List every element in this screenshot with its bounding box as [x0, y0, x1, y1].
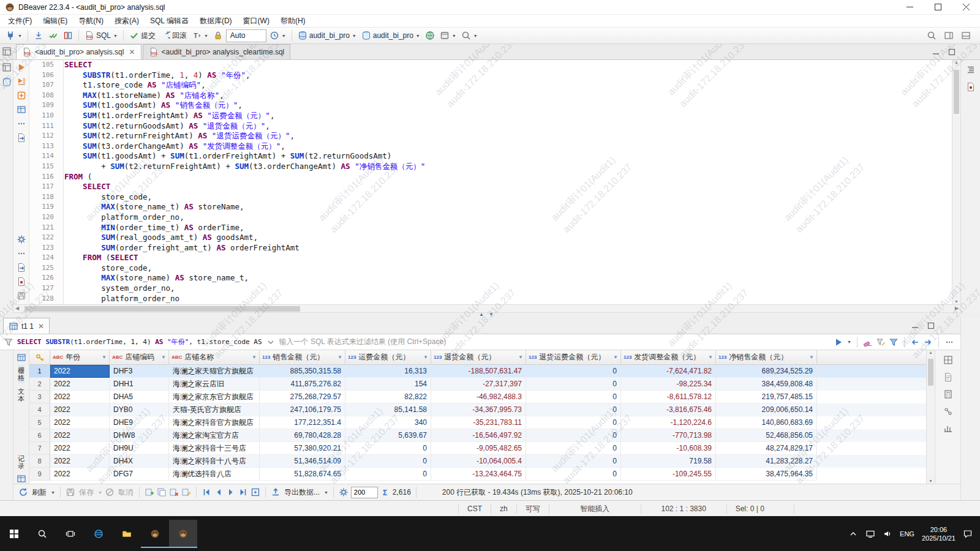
code-line[interactable]: 126 MAX(store_name) AS store_name_t,	[29, 273, 952, 283]
menu-search[interactable]: 搜索(A)	[109, 15, 145, 27]
table-cell[interactable]: -27,317,397	[431, 378, 526, 391]
start-button[interactable]	[0, 520, 28, 548]
presentation-tab-grid[interactable]: 栅格	[18, 365, 24, 383]
commit-button[interactable]: 提交	[127, 28, 157, 43]
table-cell[interactable]: 5,639.67	[345, 429, 431, 442]
column-dropdown-icon[interactable]: ▼	[102, 354, 107, 360]
table-cell[interactable]: 海澜之家天猫官方旗舰店	[169, 365, 260, 378]
table-cell[interactable]: DHE9	[110, 416, 169, 429]
filter-menu-icon[interactable]	[944, 337, 954, 347]
tab-analysis-sql[interactable]: SQL <audit_bi_pro> analysis.sql ✕	[16, 44, 141, 59]
menu-file[interactable]: 文件(F)	[2, 15, 37, 27]
pc-status-icon[interactable]	[865, 529, 875, 539]
minimize-button[interactable]	[895, 0, 924, 14]
table-cell[interactable]: -98,225.34	[621, 378, 716, 391]
table-row[interactable]: 12022DHF3海澜之家天猫官方旗舰店885,350,315.5816,313…	[29, 365, 926, 378]
table-cell[interactable]: 275,268,729.57	[260, 391, 345, 403]
code-line[interactable]: 108 MAX(t1.storeName) AS "店铺名称",	[29, 91, 952, 101]
table-cell[interactable]: 0	[526, 455, 621, 468]
tray-chevron-up-icon[interactable]	[848, 529, 858, 539]
volume-icon[interactable]	[883, 529, 892, 539]
dbeaver-active-taskbar-button[interactable]	[169, 520, 197, 548]
editor-vertical-scrollbar[interactable]: ▲▼	[952, 60, 960, 304]
table-cell[interactable]: 海澜之家抖音官方旗舰店	[169, 416, 260, 429]
code-line[interactable]: 113 SUM(t3.orderChangeAmt) AS "发货调整金额（元）…	[29, 141, 952, 152]
new-connection-button[interactable]: ▼	[4, 28, 24, 43]
scrollbar-thumb[interactable]	[928, 359, 933, 386]
table-cell[interactable]: -188,507,631.47	[431, 365, 526, 378]
table-cell[interactable]: 天猫-英氏官方旗舰店	[169, 403, 260, 416]
table-cell[interactable]: 219,757,485.15	[716, 391, 817, 403]
column-dropdown-icon[interactable]: ▼	[252, 354, 257, 360]
table-cell[interactable]: -8,611,578.12	[621, 391, 716, 403]
tab-analysis-cleartime-sql[interactable]: SQL <audit_bi_pro> analysis_cleartime.sq…	[143, 44, 291, 59]
table-cell[interactable]: DH4X	[110, 455, 169, 468]
scrollbar-thumb[interactable]	[954, 70, 959, 114]
save-icon[interactable]	[66, 487, 75, 497]
row-number[interactable]: 5	[29, 416, 50, 429]
edit-filter-icon[interactable]	[876, 337, 886, 347]
table-cell[interactable]: -1,120,224.6	[621, 416, 716, 429]
table-row[interactable]: 82022DH4X海澜之家抖音十八号店51,346,514.090-10,064…	[29, 455, 926, 468]
table-row[interactable]: 42022DYB0天猫-英氏官方旗舰店247,106,179.7585,141.…	[29, 403, 926, 416]
filter-input[interactable]: 输入一个 SQL 表达式来过滤结果 (使用 Ctrl+Space)	[279, 337, 831, 347]
table-cell[interactable]: 2022	[50, 365, 110, 378]
table-cell[interactable]: 411,875,276.82	[260, 378, 345, 391]
quick-search-button[interactable]: ▼	[459, 28, 480, 43]
chart-panel-icon[interactable]	[943, 424, 953, 433]
global-search-button[interactable]	[925, 28, 938, 43]
row-number[interactable]: 2	[29, 378, 50, 391]
code-line[interactable]: 118 store_code,	[29, 192, 952, 203]
table-cell[interactable]: 0	[345, 468, 431, 481]
table-cell[interactable]: 2022	[50, 455, 110, 468]
lock-button[interactable]	[211, 28, 225, 43]
row-number[interactable]: 1	[29, 365, 50, 378]
table-cell[interactable]: 82,822	[345, 391, 431, 403]
table-cell[interactable]: 2022	[50, 468, 110, 481]
menu-database[interactable]: 数据库(D)	[194, 15, 238, 27]
table-cell[interactable]: -3,816,675.46	[621, 403, 716, 416]
code-line[interactable]: 121 MIN(order_time_t) AS orderTime,	[29, 223, 952, 233]
grid-settings-gear-icon[interactable]	[339, 487, 349, 497]
save-filter-icon[interactable]	[889, 337, 899, 347]
export-data-button[interactable]: 导出数据...	[284, 487, 320, 498]
table-cell[interactable]: -46,982,488.3	[431, 391, 526, 403]
taskbar-search-button[interactable]	[28, 520, 56, 548]
table-row[interactable]: 32022DHA5海澜之家京东官方旗舰店275,268,729.5782,822…	[29, 391, 926, 403]
menu-navigate[interactable]: 导航(N)	[73, 15, 109, 27]
table-cell[interactable]: DHW8	[110, 429, 169, 442]
maximize-results-icon[interactable]	[926, 321, 936, 331]
compare-button[interactable]	[61, 28, 75, 43]
table-cell[interactable]: DH9U	[110, 442, 169, 455]
column-dropdown-icon[interactable]: ▼	[708, 354, 713, 360]
table-row[interactable]: 92022DFG7海澜优选抖音八店51,828,674.650-13,243,4…	[29, 468, 926, 481]
transaction-mode-button[interactable]: T▼	[190, 28, 210, 43]
refresh-icon[interactable]	[18, 487, 28, 497]
results-tab-t1[interactable]: t1 1 ✕	[3, 318, 50, 334]
row-number[interactable]: 6	[29, 429, 50, 442]
table-cell[interactable]: -10,608.39	[621, 442, 716, 455]
column-dropdown-icon[interactable]: ▼	[423, 354, 428, 360]
database-navigator-icon[interactable]	[2, 77, 12, 87]
table-cell[interactable]: -34,367,995.73	[431, 403, 526, 416]
column-dropdown-icon[interactable]: ▼	[337, 354, 342, 360]
table-cell[interactable]: 0	[526, 468, 621, 481]
toggle-right-panel-button[interactable]	[942, 28, 956, 43]
outline-panel-icon[interactable]	[966, 65, 976, 75]
table-cell[interactable]: 海澜之家淘宝官方店	[169, 429, 260, 442]
table-cell[interactable]: 0	[526, 403, 621, 416]
record-mode-toggle[interactable]: 记录	[18, 453, 24, 471]
row-number[interactable]: 4	[29, 403, 50, 416]
table-cell[interactable]: 0	[345, 455, 431, 468]
fetch-size-input[interactable]	[351, 487, 378, 498]
table-cell[interactable]: 57,380,920.21	[260, 442, 345, 455]
table-cell[interactable]: 69,780,428.28	[260, 429, 345, 442]
toggle-bottom-panel-button[interactable]	[959, 28, 973, 43]
ie-taskbar-button[interactable]	[85, 520, 113, 548]
table-cell[interactable]: 384,459,808.48	[716, 378, 817, 391]
table-cell[interactable]: 2022	[50, 429, 110, 442]
code-line[interactable]: 105SELECT	[29, 60, 952, 70]
restore-navigator-icon[interactable]	[2, 47, 12, 56]
project-button[interactable]: ▼	[438, 28, 458, 43]
code-line[interactable]: 111 SUM(t2.returnGoodsAmt) AS "退货金额（元）",	[29, 121, 952, 132]
